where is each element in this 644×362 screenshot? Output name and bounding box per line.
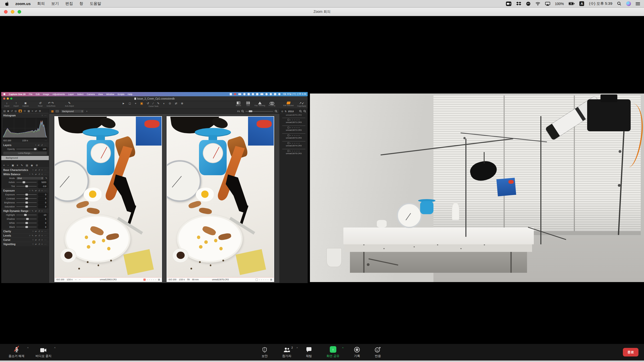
siri-icon[interactable]: [626, 1, 631, 6]
before-button: Before: [235, 102, 242, 107]
chevron-up-icon[interactable]: ^: [297, 347, 298, 350]
thumb-photo: [282, 149, 305, 149]
share-screen-button[interactable]: ↑ 화면 공유 ^: [327, 346, 339, 358]
menubar-menu-item[interactable]: 편집: [65, 1, 73, 6]
histogram-header: ⌄ Histogram ? ⋯: [1, 113, 49, 117]
coffee-cup-prop: [284, 149, 287, 149]
rating-dots: • • • • •: [290, 134, 300, 136]
tab-output-icon: ⇄: [35, 110, 37, 112]
creative-cloud-icon[interactable]: [526, 1, 531, 6]
knife-prop: [296, 118, 301, 118]
chat-label: 채팅: [306, 354, 312, 358]
plate-prop: [285, 118, 299, 118]
zoom-camera-status-icon[interactable]: [506, 1, 511, 6]
active-app-name[interactable]: zoom.us: [15, 2, 31, 6]
necktie-prop: [295, 149, 297, 149]
jam-jar-prop: [296, 125, 299, 126]
fit-label: Fit: [237, 110, 240, 113]
histogram-meta: ISO 200 1/20 s ⋯: [3, 139, 47, 143]
fried-egg-prop: [289, 141, 292, 142]
heel-spike: [298, 133, 299, 134]
sausage-prop: [290, 141, 293, 142]
menubar-menu-item[interactable]: 도움말: [90, 1, 101, 6]
notification-center-icon[interactable]: [636, 1, 640, 6]
unmute-label: 음소거 해제: [9, 354, 24, 358]
scale-dial: [290, 118, 294, 118]
color-tag: [143, 279, 146, 281]
end-meeting-button[interactable]: 종료: [623, 348, 638, 356]
panel-tools-icons: ? ⇄ ↺ ≡ ⋯: [32, 169, 47, 171]
capture-button: ◙ Capture: [22, 102, 29, 109]
battery-charging-icon[interactable]: [569, 1, 575, 6]
document-icon: [134, 98, 136, 100]
chat-button[interactable]: 채팅: [306, 346, 312, 358]
smiley-plus-icon: [375, 346, 381, 353]
slider-row: Kelvin 5203: [1, 180, 49, 184]
dropbox-icon[interactable]: [516, 1, 521, 6]
unmute-button[interactable]: 음소거 해제 ^: [9, 346, 24, 358]
reactions-button[interactable]: 반응: [375, 346, 381, 358]
security-button[interactable]: 보안: [262, 346, 268, 358]
menubar-menu-item[interactable]: 회의: [37, 1, 45, 6]
thumb-meta: • • • • •: [288, 149, 300, 152]
remote-menubar-left: Capture One 20 FileEditImageAdjustmentsL…: [1, 93, 132, 96]
slider-label: Contrast: [3, 197, 15, 200]
thumb-filename: unreal13071.CR3: [286, 121, 302, 124]
record-button[interactable]: 기록: [354, 346, 360, 358]
remote-wifi-icon: [265, 93, 268, 95]
slider-label: Brightness: [3, 201, 15, 204]
clock-prop: [282, 126, 290, 126]
capture-one-titlebar: Issue_3_Cover_Cp1.cosessiondb: [1, 96, 308, 101]
apple-menu-icon[interactable]: [5, 1, 9, 6]
thumb-photo: [282, 141, 305, 142]
remote-apple-menu-icon: [3, 93, 6, 96]
undo-redo-icon: ↶ ↷: [48, 102, 54, 105]
clock-hand: [285, 133, 285, 133]
participants-button[interactable]: 2 참가자 ^: [282, 346, 291, 358]
menubar-clock[interactable]: (수) 오후 5:39: [589, 1, 612, 6]
zoom-out-icon: [241, 110, 244, 113]
slider-value: 0: [38, 205, 47, 208]
shoe-toe-prop: [292, 141, 295, 142]
histogram-panel: ISO 200 1/20 s ⋯: [1, 117, 49, 143]
fried-egg-prop: [289, 118, 292, 118]
wifi-icon[interactable]: [535, 1, 540, 6]
clock-prop: [282, 141, 290, 142]
cornflake: [214, 239, 218, 242]
napkin-prop: [297, 149, 303, 149]
filmstrip-header: ⊙ ⇅ 2/213: [280, 109, 308, 114]
sort-icon: ⇅: [285, 110, 287, 113]
chevron-up-icon[interactable]: ^: [54, 347, 56, 350]
chevron-up-icon[interactable]: ^: [342, 347, 343, 350]
menubar-left: zoom.us 회의보기편집창도움말: [0, 1, 101, 6]
coffee-cup-prop: [284, 133, 287, 134]
tab-exposure-icon: ▣: [19, 110, 22, 112]
tab-lens-icon: ↺: [11, 110, 13, 112]
tab-color-icon: ◎: [15, 110, 17, 112]
scale-dial: [91, 143, 111, 163]
airplay-display-icon[interactable]: [545, 1, 550, 6]
adjustments-sidebar: ▤ ◙ ↺ ◎ ▣ ⊙ ▦ ≡ ⇄ ⊕ ⌄ Histogram ?: [1, 109, 49, 283]
iso-readout: ISO 200: [3, 139, 11, 142]
crumb: [460, 248, 462, 249]
toolbar-left-group: 음소거 해제 ^ 비디오 중지 ^: [0, 346, 52, 358]
panel-vignetting: › Vignetting ? ⇄ ↺ ≡ ⋯: [1, 242, 49, 246]
chevron-up-icon[interactable]: ^: [27, 347, 28, 350]
stop-video-button[interactable]: 비디오 중지 ^: [35, 346, 51, 358]
sausage-prop: [293, 149, 296, 149]
scale-needle: [292, 133, 293, 134]
tab-metadata-icon: ≡: [32, 110, 33, 112]
input-source-icon[interactable]: A: [579, 1, 584, 6]
loafer-shoe-prop: [283, 118, 294, 118]
slider-value: -0.8: [38, 185, 47, 188]
slider-track: [16, 194, 37, 195]
menubar-menu-item[interactable]: 창: [79, 1, 83, 6]
scale-dial: [290, 126, 294, 126]
slider-row: Tint -0.8: [1, 184, 49, 188]
menubar-menu-item[interactable]: 보기: [51, 1, 59, 6]
necktie-prop: [295, 125, 297, 126]
select-stepper-icon: ▲▼: [81, 110, 83, 113]
opacity-slider: [16, 149, 37, 149]
spotlight-search-icon[interactable]: [617, 1, 621, 6]
thumb-filename: unreal13073.CR3: [286, 137, 302, 140]
